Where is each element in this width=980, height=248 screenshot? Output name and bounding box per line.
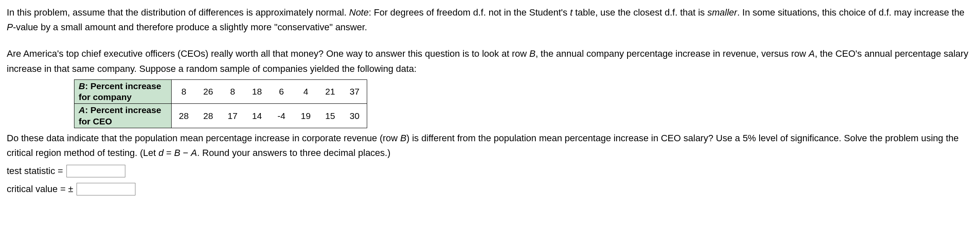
data-table-wrap: B: Percent increase for company 8 26 8 1… xyxy=(74,79,973,128)
smaller-word: smaller xyxy=(707,7,737,18)
row-a-label-2: for CEO xyxy=(79,116,112,126)
intro-text-5: -value by a small amount and therefore p… xyxy=(13,22,367,32)
q-a-var: A xyxy=(191,148,197,158)
cell-b-1: 26 xyxy=(196,79,220,104)
row-b-var: B xyxy=(79,81,85,91)
table-row-b: B: Percent increase for company 8 26 8 1… xyxy=(74,79,367,104)
intro-paragraph: In this problem, assume that the distrib… xyxy=(7,5,973,34)
a-variable: A xyxy=(809,48,815,59)
critical-value-label: critical value = ± xyxy=(7,182,73,196)
b-variable: B xyxy=(529,48,535,59)
q-b-var: B xyxy=(400,133,407,143)
p-variable: P xyxy=(7,22,13,32)
row-b-label-2: for company xyxy=(79,92,132,102)
context-text-2: , the annual company percentage increase… xyxy=(535,48,808,59)
cell-b-0: 8 xyxy=(172,79,196,104)
test-statistic-row: test statistic = xyxy=(7,164,973,178)
cell-a-1: 28 xyxy=(196,104,220,128)
test-statistic-label: test statistic = xyxy=(7,164,63,178)
row-a-header: A: Percent increase for CEO xyxy=(74,104,172,128)
cell-a-2: 17 xyxy=(220,104,245,128)
intro-text-1: In this problem, assume that the distrib… xyxy=(7,7,349,18)
question-text-3: . Round your answers to three decimal pl… xyxy=(197,148,391,158)
cell-b-5: 4 xyxy=(294,79,318,104)
critical-value-input[interactable] xyxy=(77,183,135,195)
cell-b-2: 8 xyxy=(220,79,245,104)
context-text-1: Are America's top chief executive office… xyxy=(7,48,529,59)
intro-text-2: : For degrees of freedom d.f. not in the… xyxy=(368,7,570,18)
question-paragraph: Do these data indicate that the populati… xyxy=(7,131,973,160)
cell-a-3: 14 xyxy=(245,104,269,128)
critical-value-row: critical value = ± xyxy=(7,182,973,196)
q-eq: = xyxy=(164,148,174,158)
cell-b-3: 18 xyxy=(245,79,269,104)
intro-text-4: . In some situations, this choice of d.f… xyxy=(737,7,964,18)
question-text-1: Do these data indicate that the populati… xyxy=(7,133,400,143)
cell-a-6: 15 xyxy=(318,104,342,128)
row-a-var: A xyxy=(79,105,85,115)
cell-a-0: 28 xyxy=(172,104,196,128)
table-row-a: A: Percent increase for CEO 28 28 17 14 … xyxy=(74,104,367,128)
cell-a-7: 30 xyxy=(342,104,367,128)
q-b-var-2: B xyxy=(174,148,180,158)
row-b-label-1: : Percent increase xyxy=(85,81,161,91)
q-minus: − xyxy=(180,148,191,158)
intro-text-3: table, use the closest d.f. that is xyxy=(572,7,707,18)
cell-b-4: 6 xyxy=(269,79,294,104)
cell-b-6: 21 xyxy=(318,79,342,104)
cell-b-7: 37 xyxy=(342,79,367,104)
context-paragraph: Are America's top chief executive office… xyxy=(7,46,973,76)
cell-a-5: 19 xyxy=(294,104,318,128)
row-b-header: B: Percent increase for company xyxy=(74,79,172,104)
data-table: B: Percent increase for company 8 26 8 1… xyxy=(74,79,367,128)
note-label: Note xyxy=(349,7,368,18)
cell-a-4: -4 xyxy=(269,104,294,128)
row-a-label-1: : Percent increase xyxy=(85,105,161,115)
test-statistic-input[interactable] xyxy=(66,165,125,177)
q-d-var: d xyxy=(159,148,164,158)
